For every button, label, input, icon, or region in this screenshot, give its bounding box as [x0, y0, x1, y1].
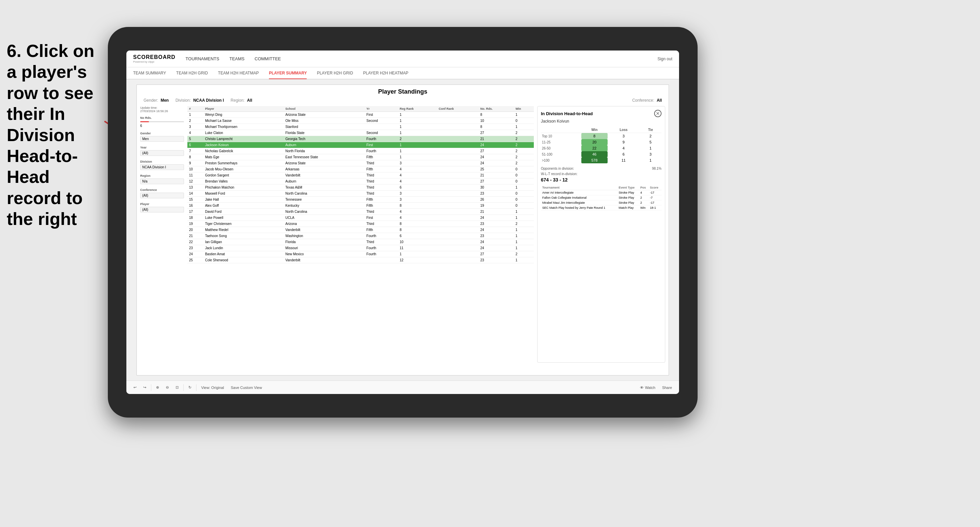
- table-row[interactable]: 4 Luke Claton Florida State Second 1 27 …: [188, 130, 534, 136]
- main-nav: TOURNAMENTS TEAMS COMMITTEE: [186, 54, 657, 63]
- filter-conference-select[interactable]: (All): [140, 193, 184, 198]
- division-value: NCAA Division I: [193, 98, 224, 103]
- table-row[interactable]: 19 Tiger Christensen Arizona Third 8 23 …: [188, 221, 534, 227]
- tab-team-h2h-heatmap[interactable]: TEAM H2H HEATMAP: [218, 68, 259, 79]
- cell-player: Michael La Sasse: [203, 118, 283, 124]
- save-custom-button[interactable]: Save Custom View: [229, 384, 264, 390]
- table-row[interactable]: 21 Taehoon Song Washington Fourth 6 23 1: [188, 233, 534, 239]
- cell-player: Jacob Mou-Olesen: [203, 166, 283, 172]
- cell-player: Jack Lundin: [203, 245, 283, 251]
- cell-player: Phichaksn Maichon: [203, 184, 283, 190]
- cell-player: Gordon Sargent: [203, 172, 283, 178]
- view-original-label: View: Original: [201, 386, 224, 390]
- cell-conf-rank: [437, 112, 479, 118]
- filter-gender-select[interactable]: Men: [140, 136, 184, 142]
- table-row[interactable]: 6 Jackson Koivun Auburn First 1 24 2: [188, 142, 534, 148]
- cell-win: 1: [514, 245, 534, 251]
- cell-player: Nicholas Gabrelcik: [203, 148, 283, 154]
- h2h-stat-row: Top 10 8 3 2: [541, 133, 662, 140]
- cell-no-rds: 8: [479, 124, 514, 130]
- table-row[interactable]: 13 Phichaksn Maichon Texas A&M Third 6 3…: [188, 184, 534, 190]
- wlt-record: 674 - 33 - 12: [541, 177, 662, 183]
- table-row[interactable]: 17 David Ford North Carolina Third 4 21 …: [188, 209, 534, 215]
- cell-no-rds: 24: [479, 239, 514, 245]
- cell-player: Bastien Amat: [203, 251, 283, 257]
- update-time: Update time: 27/03/2024 16:56:26: [140, 106, 184, 113]
- cell-no-rds: 10: [479, 118, 514, 124]
- cell-player: Michael Thorbjornsen: [203, 124, 283, 130]
- toolbar-sep-2: [183, 384, 184, 391]
- table-row[interactable]: 14 Maxwell Ford North Carolina Third 3 2…: [188, 190, 534, 197]
- logo-subtitle: Powered by clippi: [133, 60, 176, 63]
- tab-player-summary[interactable]: PLAYER SUMMARY: [269, 68, 307, 79]
- t-cell-event-type: Stroke Play: [617, 190, 639, 195]
- table-row[interactable]: 2 Michael La Sasse Ole Miss Second 1 10 …: [188, 118, 534, 124]
- powerbi-container: Player Standings Gender: Men Division: N…: [137, 84, 669, 375]
- cell-win: 2: [514, 160, 534, 166]
- tab-team-summary[interactable]: TEAM SUMMARY: [133, 68, 166, 79]
- watch-button[interactable]: 👁 Watch: [638, 384, 657, 390]
- zoom-out-button[interactable]: ⊖: [164, 384, 171, 390]
- table-row[interactable]: 5 Christo Lamprecht Georgia Tech Fourth …: [188, 136, 534, 142]
- table-row[interactable]: 20 Matthew Riedel Vanderbilt Fifth 8 24 …: [188, 227, 534, 233]
- h2h-cell-rank: 11-25: [541, 139, 581, 145]
- col-rank: #: [188, 106, 203, 112]
- cell-reg-rank: 1: [398, 124, 437, 130]
- filter-gender-label: Gender: [140, 132, 184, 135]
- table-row[interactable]: 15 Jake Hall Tennessee Fifth 3 26 0: [188, 197, 534, 203]
- nav-teams[interactable]: TEAMS: [229, 54, 245, 63]
- filter-year-select[interactable]: (All): [140, 150, 184, 156]
- tab-player-h2h-grid[interactable]: PLAYER H2H GRID: [317, 68, 353, 79]
- share-button[interactable]: Share: [660, 384, 674, 390]
- table-row[interactable]: 24 Bastien Amat New Mexico Fourth 1 27 2: [188, 251, 534, 257]
- table-row[interactable]: 8 Mats Ege East Tennessee State Fifth 1 …: [188, 154, 534, 160]
- table-row[interactable]: 25 Cole Sherwood Vanderbilt 12 23 1: [188, 257, 534, 264]
- table-row[interactable]: 7 Nicholas Gabrelcik North Florida Fourt…: [188, 148, 534, 154]
- cell-rank: 25: [188, 257, 203, 264]
- table-row[interactable]: 3 Michael Thorbjornsen Stanford 1 8 1: [188, 124, 534, 130]
- cell-reg-rank: 4: [398, 215, 437, 221]
- tab-team-h2h-grid[interactable]: TEAM H2H GRID: [176, 68, 208, 79]
- close-h2h-button[interactable]: ✕: [654, 110, 662, 117]
- table-row[interactable]: 23 Jack Lundin Missouri Fourth 11 24 1: [188, 245, 534, 251]
- filter-conference: Conference: All: [632, 98, 662, 103]
- view-original-button[interactable]: View: Original: [199, 384, 226, 390]
- table-row[interactable]: 1 Wenyi Ding Arizona State First 1 8 1: [188, 112, 534, 118]
- table-row[interactable]: 9 Preston Summerhays Arizona State Third…: [188, 160, 534, 166]
- table-row[interactable]: 10 Jacob Mou-Olesen Arkansas Fifth 4 25 …: [188, 166, 534, 172]
- filter-player-select[interactable]: (All): [140, 207, 184, 213]
- fit-button[interactable]: ⊡: [173, 384, 181, 390]
- cell-rank: 5: [188, 136, 203, 142]
- cell-conf-rank: [437, 118, 479, 124]
- cell-school: Washington: [284, 233, 365, 239]
- filter-group-player: Player (All): [140, 202, 184, 213]
- table-row[interactable]: 16 Alex Goff Kentucky Fifth 8 19 0: [188, 203, 534, 209]
- no-rds-slider[interactable]: [140, 121, 184, 122]
- undo-button[interactable]: ↩: [131, 384, 138, 390]
- filter-region-select[interactable]: N/a: [140, 178, 184, 184]
- tab-player-h2h-heatmap[interactable]: PLAYER H2H HEATMAP: [363, 68, 409, 79]
- redo-button[interactable]: ↪: [141, 384, 148, 390]
- cell-yr: Fourth: [364, 251, 398, 257]
- table-row[interactable]: 12 Brendan Valles Auburn Third 4 27 0: [188, 178, 534, 184]
- table-row[interactable]: 18 Luke Powell UCLA First 4 24 1: [188, 215, 534, 221]
- h2h-cell-win: 22: [581, 145, 608, 151]
- filter-group-conference: Conference (All): [140, 188, 184, 198]
- filter-division-select[interactable]: NCAA Division I: [140, 164, 184, 170]
- refresh-button[interactable]: ↻: [186, 384, 193, 390]
- nav-tournaments[interactable]: TOURNAMENTS: [186, 54, 220, 63]
- h2h-cell-rank: Top 10: [541, 133, 581, 140]
- cell-rank: 19: [188, 221, 203, 227]
- cell-yr: Fourth: [364, 148, 398, 154]
- nav-committee[interactable]: COMMITTEE: [255, 54, 281, 63]
- h2h-cell-loss: 4: [608, 145, 640, 151]
- gender-label: Gender:: [143, 98, 158, 103]
- cell-yr: Fourth: [364, 233, 398, 239]
- zoom-button[interactable]: ⊕: [154, 384, 161, 390]
- sign-out-link[interactable]: Sign out: [657, 57, 672, 61]
- table-row[interactable]: 22 Ian Gilligan Florida Third 10 24 1: [188, 239, 534, 245]
- col-no-rds: No. Rds.: [479, 106, 514, 112]
- cell-player: Luke Powell: [203, 215, 283, 221]
- filter-conference-label: Conference: [140, 188, 184, 192]
- table-row[interactable]: 11 Gordon Sargent Vanderbilt Third 4 21 …: [188, 172, 534, 178]
